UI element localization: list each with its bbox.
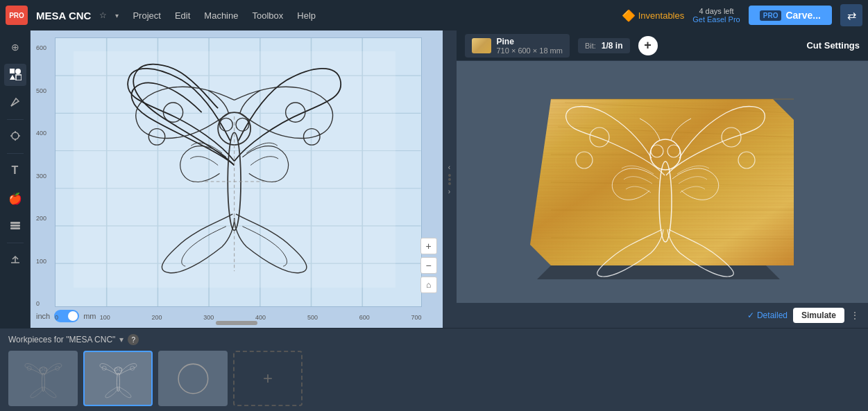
- workpiece-preview-2: [92, 358, 145, 400]
- simulate-button[interactable]: Simulate: [793, 308, 844, 323]
- canvas-grid[interactable]: [55, 37, 422, 307]
- carve-button[interactable]: PRO Carve...: [749, 6, 832, 25]
- text-icon: T: [12, 164, 19, 177]
- material-info: Pine 710 × 600 × 18 mm: [497, 37, 563, 55]
- zoom-in-icon: +: [425, 241, 431, 252]
- share-button[interactable]: ⇄: [840, 4, 862, 26]
- nav-toolbox[interactable]: Toolbox: [252, 10, 283, 21]
- nav-edit[interactable]: Edit: [175, 10, 190, 21]
- shapes-tool-button[interactable]: [4, 64, 26, 86]
- butterfly-drawing: [74, 51, 395, 279]
- export-icon: [9, 253, 22, 268]
- zoom-in-button[interactable]: +: [420, 238, 437, 254]
- nav-project[interactable]: Project: [133, 10, 160, 21]
- x-axis-labels: 0 100 200 300 400 500 600 700: [55, 314, 422, 321]
- svg-point-4: [12, 132, 19, 139]
- title-dropdown-icon[interactable]: ▾: [115, 12, 119, 19]
- pan-icon: ⊕: [11, 42, 19, 53]
- detailed-button[interactable]: ✓ Detailed: [747, 311, 788, 320]
- left-toolbar: ⊕: [0, 30, 31, 328]
- zoom-out-icon: −: [425, 260, 431, 271]
- layers-icon: [9, 219, 22, 234]
- svg-point-32: [304, 129, 320, 145]
- inventables-link[interactable]: 🔶 Inventables: [622, 9, 685, 22]
- preview-area[interactable]: [457, 61, 869, 303]
- right-panel: Pine 710 × 600 × 18 mm Bit: 1/8 in + Cut…: [457, 30, 869, 328]
- add-workpiece-button[interactable]: +: [638, 36, 658, 55]
- svg-marker-3: [16, 75, 22, 80]
- nav-machine[interactable]: Machine: [204, 10, 238, 21]
- inch-label: inch: [36, 312, 50, 320]
- add-workpiece-button[interactable]: +: [233, 351, 303, 406]
- material-chip[interactable]: Pine 710 × 600 × 18 mm: [465, 34, 570, 58]
- svg-point-1: [15, 69, 21, 74]
- nav-help[interactable]: Help: [297, 10, 316, 21]
- days-left[interactable]: 4 days left Get Easel Pro: [692, 7, 740, 24]
- export-tool-button[interactable]: [4, 249, 26, 271]
- 3d-preview-svg: [530, 85, 794, 279]
- svg-marker-37: [530, 265, 787, 279]
- workpiece-item-1[interactable]: [8, 351, 78, 406]
- add-icon: +: [263, 369, 273, 388]
- crosshair-tool-button[interactable]: [4, 125, 26, 148]
- workpiece-item-3[interactable]: [158, 351, 228, 406]
- svg-rect-9: [10, 222, 20, 224]
- svg-point-60: [55, 366, 59, 370]
- star-icon[interactable]: ☆: [99, 10, 107, 20]
- right-top-bar: Pine 710 × 600 × 18 mm Bit: 1/8 in + Cut…: [457, 30, 869, 61]
- svg-marker-39: [530, 99, 794, 265]
- workpieces-title: Workpieces for "MESA CNC" ▾ ?: [8, 334, 860, 345]
- pro-badge: PRO: [760, 10, 782, 21]
- bit-chip[interactable]: Bit: 1/8 in: [578, 38, 630, 53]
- app-logo: PRO: [6, 6, 28, 25]
- layers-tool-button[interactable]: [4, 215, 26, 237]
- divider-dot: [448, 178, 451, 181]
- top-nav: PRO MESA CNC ☆ ▾ Project Edit Machine To…: [0, 0, 868, 30]
- toolbar-separator-3: [7, 243, 24, 243]
- image-tool-button[interactable]: 🍎: [4, 187, 26, 209]
- divider-dots: [448, 174, 451, 185]
- get-pro-link[interactable]: Get Easel Pro: [692, 15, 740, 24]
- svg-point-66: [130, 366, 134, 370]
- horizontal-scrollbar[interactable]: [216, 321, 257, 325]
- svg-point-59: [27, 366, 31, 370]
- pan-tool-button[interactable]: ⊕: [4, 36, 26, 58]
- cut-settings-button[interactable]: Cut Settings: [806, 40, 860, 51]
- bit-value: 1/8 in: [602, 41, 623, 51]
- svg-point-67: [178, 364, 208, 394]
- y-axis-labels: 600 500 400 300 200 100 0: [36, 44, 46, 307]
- svg-rect-10: [10, 225, 20, 227]
- workpieces-dropdown-icon[interactable]: ▾: [119, 335, 124, 344]
- zoom-controls: + − ⌂: [420, 238, 437, 293]
- center-divider: ‹ ›: [443, 30, 457, 328]
- shapes-icon: [9, 68, 22, 82]
- svg-point-65: [102, 366, 106, 370]
- zoom-home-button[interactable]: ⌂: [420, 277, 437, 293]
- divider-arrow-up[interactable]: ‹: [448, 164, 450, 171]
- crosshair-icon: [9, 130, 22, 144]
- home-icon: ⌂: [426, 280, 431, 290]
- zoom-out-button[interactable]: −: [420, 257, 437, 274]
- divider-dot: [448, 182, 451, 185]
- help-icon[interactable]: ?: [128, 334, 139, 345]
- material-size: 710 × 600 × 18 mm: [497, 46, 563, 55]
- workpiece-item-2[interactable]: [83, 351, 153, 406]
- svg-marker-2: [10, 75, 15, 80]
- workpiece-preview-3: [167, 358, 220, 400]
- main-layout: ⊕: [0, 30, 868, 328]
- svg-point-31: [149, 129, 165, 145]
- workpieces-bar: Workpieces for "MESA CNC" ▾ ?: [0, 328, 868, 411]
- more-options-button[interactable]: ⋮: [850, 310, 860, 321]
- material-name: Pine: [497, 37, 563, 46]
- toolbar-separator-2: [7, 153, 24, 154]
- divider-arrow-down[interactable]: ›: [448, 188, 450, 195]
- canvas-area[interactable]: 600 500 400 300 200 100 0: [31, 30, 443, 328]
- pen-tool-button[interactable]: [4, 91, 26, 114]
- divider-dot: [448, 174, 451, 177]
- svg-point-58: [42, 373, 44, 392]
- pen-icon: [9, 96, 22, 110]
- workpieces-list: +: [8, 351, 860, 406]
- bottom-controls: ✓ Detailed Simulate ⋮: [457, 303, 869, 328]
- text-tool-button[interactable]: T: [4, 159, 26, 182]
- image-icon: 🍎: [8, 192, 22, 205]
